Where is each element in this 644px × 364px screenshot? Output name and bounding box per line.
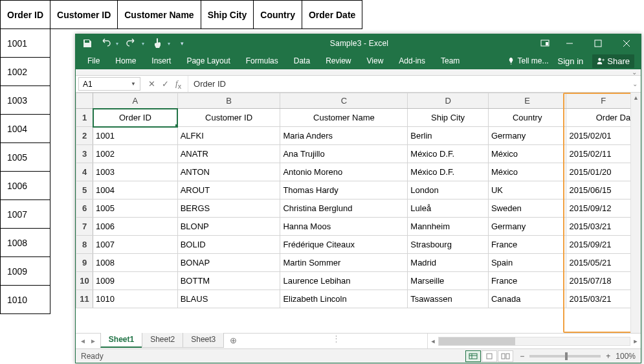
ribbon-tab-home[interactable]: Home <box>107 54 144 68</box>
zoom-out-button[interactable]: − <box>520 352 524 361</box>
cell[interactable]: Customer Name <box>280 109 408 127</box>
share-button[interactable]: Share <box>592 54 634 68</box>
cell[interactable]: Thomas Hardy <box>280 181 408 199</box>
row-header[interactable]: 11 <box>76 290 93 308</box>
cell[interactable]: 1004 <box>93 181 178 199</box>
cell[interactable]: 2015/09/12 <box>566 199 641 218</box>
cell[interactable]: 2015/01/20 <box>566 163 641 181</box>
cell[interactable]: Country <box>488 109 566 127</box>
undo-icon[interactable] <box>100 38 111 49</box>
column-header-d[interactable]: D <box>408 93 489 109</box>
cell[interactable]: 1005 <box>93 199 178 218</box>
cell[interactable]: México D.F. <box>408 145 489 163</box>
cell[interactable]: Marseille <box>408 272 489 290</box>
cell[interactable]: México <box>488 163 566 181</box>
cell[interactable]: 1010 <box>93 290 178 308</box>
cell[interactable]: ALFKI <box>177 127 280 145</box>
cell[interactable]: 2015/09/21 <box>566 236 641 254</box>
cell[interactable]: 2015/02/11 <box>566 145 641 163</box>
ribbon-tab-add-ins[interactable]: Add-ins <box>391 54 433 68</box>
cell[interactable]: Mannheim <box>408 218 489 236</box>
sheet-tab-sheet2[interactable]: Sheet2 <box>142 333 183 348</box>
touch-dropdown-icon[interactable]: ▾ <box>168 41 170 47</box>
cell[interactable]: ANATR <box>177 145 280 163</box>
save-icon[interactable] <box>82 38 93 49</box>
cell[interactable]: Laurence Lebihan <box>280 272 408 290</box>
ribbon-display-options-icon[interactable] <box>535 34 555 52</box>
page-break-view-button[interactable] <box>498 350 513 362</box>
cell[interactable]: Frédérique Citeaux <box>280 236 408 254</box>
cell[interactable]: Luleå <box>408 199 489 218</box>
new-sheet-button[interactable]: ⊕ <box>223 334 243 348</box>
enter-formula-icon[interactable]: ✓ <box>162 79 169 89</box>
cell[interactable]: 1008 <box>93 254 178 272</box>
row-header[interactable]: 9 <box>76 254 93 272</box>
ribbon-tab-file[interactable]: File <box>80 54 107 68</box>
formula-expand-icon[interactable]: ⌄ <box>629 76 641 92</box>
sheet-tab-sheet1[interactable]: Sheet1 <box>100 333 142 348</box>
sheet-tab-sheet3[interactable]: Sheet3 <box>183 333 224 348</box>
cell[interactable]: Ana Trujillo <box>280 145 408 163</box>
cell[interactable]: UK <box>488 181 566 199</box>
cell[interactable]: Hanna Moos <box>280 218 408 236</box>
redo-icon[interactable] <box>126 38 137 49</box>
cell[interactable]: BLONP <box>177 218 280 236</box>
undo-dropdown-icon[interactable]: ▾ <box>116 41 118 47</box>
cell[interactable]: Germany <box>488 127 566 145</box>
cell[interactable]: 2015/06/15 <box>566 181 641 199</box>
cell[interactable]: Berlin <box>408 127 489 145</box>
cell[interactable]: Germany <box>488 218 566 236</box>
cell[interactable]: 2015/07/18 <box>566 272 641 290</box>
ribbon-tab-team[interactable]: Team <box>433 54 467 68</box>
cell[interactable]: BONAP <box>177 254 280 272</box>
row-header[interactable]: 2 <box>76 127 93 145</box>
cell[interactable]: Madrid <box>408 254 489 272</box>
cell[interactable]: Christina Berglund <box>280 199 408 218</box>
cell[interactable]: Tsawassen <box>408 290 489 308</box>
cell[interactable]: 1001 <box>93 127 178 145</box>
cancel-formula-icon[interactable]: ✕ <box>148 79 155 89</box>
column-header-a[interactable]: A <box>93 93 178 109</box>
cell[interactable]: Canada <box>488 290 566 308</box>
chevron-down-icon[interactable]: ▼ <box>131 81 136 87</box>
select-all-corner[interactable] <box>76 93 93 109</box>
maximize-button[interactable] <box>584 34 612 52</box>
ribbon-tab-data[interactable]: Data <box>286 54 318 68</box>
horizontal-scrollbar[interactable]: ◄ ► <box>427 334 641 348</box>
row-header[interactable]: 5 <box>76 181 93 199</box>
cell[interactable]: Strasbourg <box>408 236 489 254</box>
row-header[interactable]: 7 <box>76 218 93 236</box>
scroll-left-icon[interactable]: ◄ <box>428 338 438 345</box>
row-header[interactable]: 6 <box>76 199 93 218</box>
cell[interactable]: Order ID <box>93 109 178 127</box>
cell[interactable]: BLAUS <box>177 290 280 308</box>
column-header-f[interactable]: F <box>566 93 641 109</box>
tab-scroll-splitter[interactable]: ⋮ <box>332 334 339 348</box>
cell[interactable]: Maria Anders <box>280 127 408 145</box>
ribbon-tab-page-layout[interactable]: Page Layout <box>179 54 238 68</box>
cell[interactable]: 1006 <box>93 218 178 236</box>
ribbon-expand-icon[interactable]: ⌄ <box>632 69 637 76</box>
sheet-nav-next-icon[interactable]: ► <box>90 337 96 345</box>
cell[interactable]: 1002 <box>93 145 178 163</box>
zoom-slider[interactable] <box>529 355 601 358</box>
cell[interactable]: Customer ID <box>177 109 280 127</box>
row-header[interactable]: 1 <box>76 109 93 127</box>
sign-in-link[interactable]: Sign in <box>558 56 584 66</box>
cell[interactable]: Ship City <box>408 109 489 127</box>
cell[interactable]: France <box>488 236 566 254</box>
cell[interactable]: Martin Sommer <box>280 254 408 272</box>
cell[interactable]: Antonio Moreno <box>280 163 408 181</box>
zoom-level[interactable]: 100% <box>616 352 636 361</box>
touch-mode-icon[interactable] <box>152 38 162 49</box>
vertical-scrollbar[interactable]: ▲ <box>630 93 641 333</box>
close-button[interactable] <box>612 34 641 52</box>
cell[interactable]: Spain <box>488 254 566 272</box>
cell[interactable]: AROUT <box>177 181 280 199</box>
fx-icon[interactable]: fx <box>175 78 181 90</box>
tell-me[interactable]: Tell me... <box>507 56 548 65</box>
sheet-nav-prev-icon[interactable]: ◄ <box>80 337 86 345</box>
cell[interactable]: 2015/02/01 <box>566 127 641 145</box>
cell[interactable]: Elizabeth Lincoln <box>280 290 408 308</box>
column-header-e[interactable]: E <box>488 93 566 109</box>
